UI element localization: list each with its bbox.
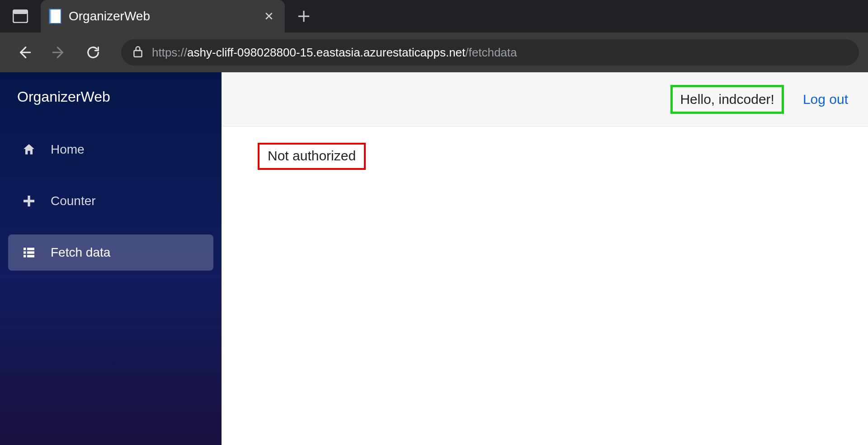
new-tab-button[interactable] <box>291 4 316 29</box>
sidebar-item-counter[interactable]: Counter <box>8 183 213 219</box>
svg-rect-7 <box>24 255 26 257</box>
svg-rect-8 <box>27 255 34 257</box>
svg-rect-5 <box>24 251 26 253</box>
browser-toolbar: https://ashy-cliff-098028800-15.eastasia… <box>0 33 868 72</box>
sidebar: OrganizerWeb Home Counter Fetch data <box>0 72 222 445</box>
url-host: ashy-cliff-098028800-15.eastasia.azurest… <box>187 46 465 59</box>
refresh-button[interactable] <box>78 40 108 65</box>
tab-strip: OrganizerWeb ✕ <box>0 0 868 33</box>
sidebar-item-fetch-data[interactable]: Fetch data <box>8 234 213 271</box>
logout-link[interactable]: Log out <box>803 92 848 107</box>
topbar: Hello, indcoder! Log out <box>222 72 868 126</box>
url-text: https://ashy-cliff-098028800-15.eastasia… <box>152 46 517 60</box>
sidebar-item-label: Fetch data <box>51 245 110 260</box>
svg-rect-6 <box>27 251 34 253</box>
app-brand: OrganizerWeb <box>0 72 222 123</box>
home-icon <box>21 141 37 158</box>
svg-rect-4 <box>27 248 34 250</box>
sidebar-item-label: Home <box>51 142 85 157</box>
close-icon[interactable]: ✕ <box>264 9 274 23</box>
address-bar[interactable]: https://ashy-cliff-098028800-15.eastasia… <box>121 39 859 66</box>
url-path: /fetchdata <box>465 46 517 59</box>
not-authorized-message: Not authorized <box>258 143 366 170</box>
url-scheme: https:// <box>152 46 187 59</box>
browser-chrome: OrganizerWeb ✕ https://ashy-cliff-098028… <box>0 0 868 72</box>
lock-icon <box>132 45 144 60</box>
plus-icon <box>21 193 37 209</box>
page: OrganizerWeb Home Counter Fetch data <box>0 72 868 445</box>
tab-overview-icon[interactable] <box>0 9 41 23</box>
favicon-icon <box>49 9 61 24</box>
forward-button[interactable] <box>43 40 74 65</box>
user-greeting: Hello, indcoder! <box>670 85 783 114</box>
sidebar-nav: Home Counter Fetch data <box>0 123 222 271</box>
back-button[interactable] <box>9 40 40 65</box>
browser-tab-active[interactable]: OrganizerWeb ✕ <box>41 0 285 33</box>
svg-rect-3 <box>24 248 26 250</box>
main: Hello, indcoder! Log out Not authorized <box>222 72 868 445</box>
sidebar-item-home[interactable]: Home <box>8 131 213 168</box>
content-area: Not authorized <box>222 126 868 186</box>
svg-rect-1 <box>13 10 28 14</box>
tab-title: OrganizerWeb <box>69 9 257 23</box>
sidebar-item-label: Counter <box>51 194 96 208</box>
svg-rect-2 <box>134 51 142 57</box>
list-icon <box>21 244 37 261</box>
